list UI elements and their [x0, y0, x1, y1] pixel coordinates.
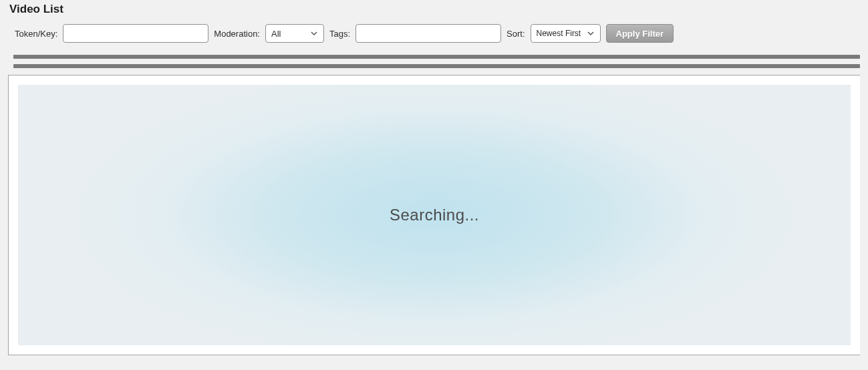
tags-label: Tags: — [329, 29, 350, 39]
moderation-select[interactable]: All — [265, 24, 324, 43]
sort-label: Sort: — [507, 29, 525, 39]
page-title: Video List — [8, 3, 860, 16]
token-label: Token/Key: — [15, 29, 57, 39]
divider-bottom — [13, 64, 860, 68]
results-panel: Searching... — [8, 75, 860, 355]
sort-select[interactable]: Newest First — [531, 24, 601, 43]
apply-filter-button[interactable]: Apply Filter — [606, 24, 674, 43]
token-input[interactable] — [63, 24, 208, 43]
moderation-label: Moderation: — [214, 29, 260, 39]
searching-status: Searching... — [390, 206, 479, 224]
results-panel-inner: Searching... — [18, 85, 851, 345]
filter-bar: Token/Key: Moderation: All Tags: Sort: N… — [8, 24, 860, 43]
tags-input[interactable] — [355, 24, 501, 43]
